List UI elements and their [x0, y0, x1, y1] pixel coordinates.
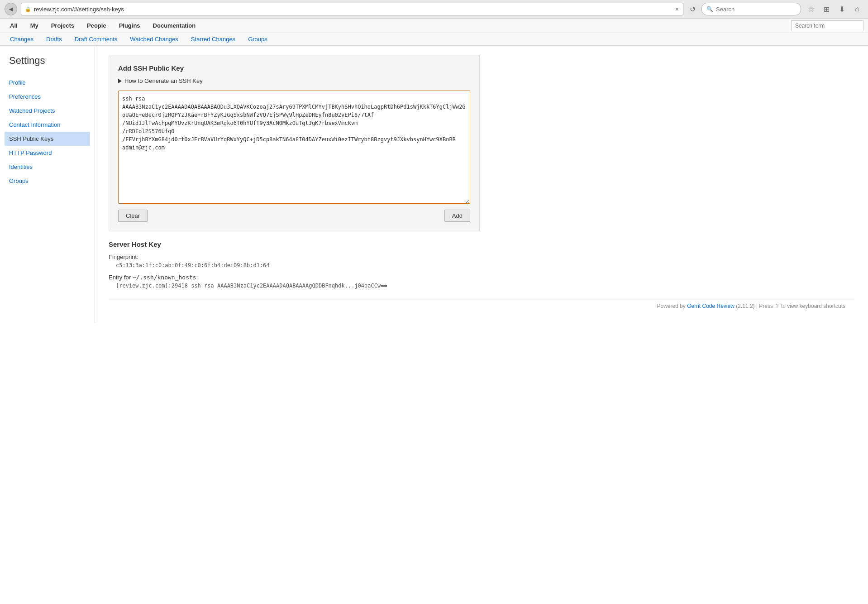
nav-documentation[interactable]: Documentation [148, 19, 201, 33]
entry-for-path: ~/.ssh/known_hosts [133, 274, 196, 281]
nav-starred-changes[interactable]: Starred Changes [186, 33, 241, 45]
entry-for-colon: : [196, 274, 198, 281]
gerrit-link[interactable]: Gerrit Code Review [687, 303, 734, 309]
search-term-input[interactable] [791, 20, 863, 31]
how-to-label: How to Generate an SSH Key [124, 77, 203, 84]
browser-search-bar[interactable]: 🔍 [701, 3, 801, 15]
ssh-key-textarea[interactable]: ssh-rsa AAAAB3NzaC1yc2EAAAADAQABAAABAQDu… [118, 91, 470, 204]
footer: Powered by Gerrit Code Review (2.11.2) |… [109, 298, 854, 314]
home-icon[interactable]: ⊞ [820, 3, 833, 15]
url-text: review.zjc.com/#/settings/ssh-keys [34, 6, 124, 13]
main-content: Add SSH Public Key How to Generate an SS… [95, 46, 868, 323]
entry-for-static: Entry for [109, 274, 133, 281]
refresh-button[interactable]: ↺ [687, 4, 698, 14]
button-row: Clear Add [118, 210, 470, 222]
nav-all[interactable]: All [5, 19, 23, 33]
triangle-icon [118, 79, 122, 83]
search-icon: 🔍 [706, 6, 713, 12]
nav-changes[interactable]: Changes [5, 33, 39, 45]
nav-groups[interactable]: Groups [243, 33, 273, 45]
nav-people[interactable]: People [81, 19, 112, 33]
server-host-key-section: Server Host Key Fingerprint: c5:13:3a:1f… [109, 240, 480, 289]
lock-icon: 🔒 [25, 6, 31, 12]
browser-actions: ☆ ⊞ ⬇ ⌂ [805, 3, 863, 15]
top-nav: All My Projects People Plugins Documenta… [0, 19, 868, 46]
add-button[interactable]: Add [444, 210, 470, 222]
add-ssh-section: Add SSH Public Key How to Generate an SS… [109, 55, 480, 231]
nav-drafts[interactable]: Drafts [41, 33, 67, 45]
page-content: Settings Profile Preferences Watched Pro… [0, 46, 868, 323]
primary-nav: All My Projects People Plugins Documenta… [0, 19, 868, 33]
entry-label: Entry for ~/.ssh/known_hosts: [109, 274, 480, 281]
sidebar-item-groups[interactable]: Groups [5, 174, 90, 188]
dropdown-icon[interactable]: ▼ [675, 7, 679, 12]
sidebar-item-identities[interactable]: Identities [5, 160, 90, 174]
nav-my[interactable]: My [25, 19, 44, 33]
bookmark-icon[interactable]: ☆ [805, 3, 817, 15]
entry-value: [review.zjc.com]:29418 ssh-rsa AAAAB3Nza… [116, 283, 480, 289]
sidebar-item-ssh-public-keys[interactable]: SSH Public Keys [5, 132, 90, 146]
nav-watched-changes[interactable]: Watched Changes [124, 33, 183, 45]
sidebar-item-preferences[interactable]: Preferences [5, 90, 90, 104]
browser-search-input[interactable] [716, 6, 796, 13]
browser-chrome: ◄ 🔒 review.zjc.com/#/settings/ssh-keys ▼… [0, 0, 868, 19]
server-host-key-title: Server Host Key [109, 240, 480, 248]
secondary-nav: Changes Drafts Draft Comments Watched Ch… [0, 33, 868, 45]
fingerprint-value: c5:13:3a:1f:c0:ab:0f:49:c0:6f:b4:de:09:8… [116, 262, 480, 268]
menu-icon[interactable]: ⌂ [851, 3, 863, 15]
sidebar: Settings Profile Preferences Watched Pro… [0, 46, 95, 323]
address-bar[interactable]: 🔒 review.zjc.com/#/settings/ssh-keys ▼ [21, 3, 683, 15]
sidebar-item-contact-information[interactable]: Contact Information [5, 118, 90, 132]
search-term-box[interactable] [791, 20, 863, 31]
nav-plugins[interactable]: Plugins [114, 19, 146, 33]
footer-version: (2.11.2) | Press '?' to view keyboard sh… [734, 303, 845, 309]
sidebar-item-watched-projects[interactable]: Watched Projects [5, 104, 90, 118]
download-icon[interactable]: ⬇ [835, 3, 848, 15]
fingerprint-label: Fingerprint: [109, 254, 480, 260]
powered-by-text: Powered by [657, 303, 687, 309]
page-title: Settings [5, 55, 90, 67]
how-to-section[interactable]: How to Generate an SSH Key [118, 77, 470, 84]
sidebar-item-profile[interactable]: Profile [5, 76, 90, 90]
clear-button[interactable]: Clear [118, 210, 148, 222]
add-ssh-title: Add SSH Public Key [118, 64, 470, 72]
back-button[interactable]: ◄ [5, 3, 17, 15]
sidebar-nav: Profile Preferences Watched Projects Con… [5, 76, 90, 188]
nav-draft-comments[interactable]: Draft Comments [69, 33, 123, 45]
sidebar-item-http-password[interactable]: HTTP Password [5, 146, 90, 160]
nav-projects[interactable]: Projects [46, 19, 80, 33]
